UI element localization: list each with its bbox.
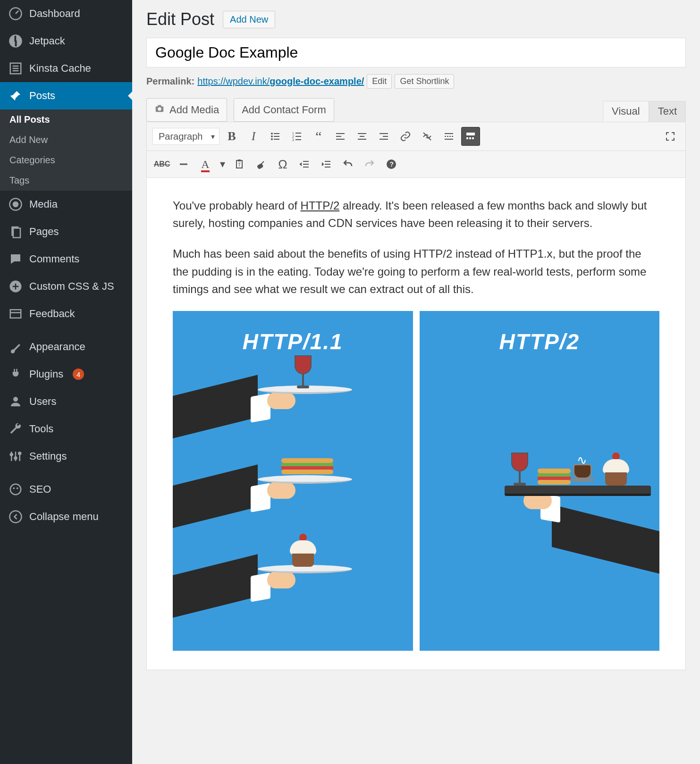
- editor-toolbar-row2: ABC A ▾ T Ω ?: [147, 151, 685, 178]
- permalink-edit-button[interactable]: Edit: [367, 74, 392, 89]
- svg-rect-54: [466, 133, 475, 135]
- svg-rect-62: [257, 164, 263, 169]
- seo-icon: [8, 482, 23, 496]
- sidebar-item-feedback[interactable]: Feedback: [0, 300, 132, 327]
- svg-point-21: [18, 452, 21, 454]
- brush-icon: [8, 340, 23, 354]
- sidebar-item-plugins[interactable]: Plugins 4: [0, 361, 132, 388]
- camera-icon: [154, 103, 165, 117]
- sidebar-item-users[interactable]: Users: [0, 388, 132, 415]
- align-center-button[interactable]: [353, 127, 371, 146]
- toolbar-toggle-button[interactable]: [461, 127, 480, 146]
- sidebar-label: SEO: [29, 483, 51, 495]
- permalink-link[interactable]: https://wpdev.ink/google-doc-example/: [197, 76, 364, 87]
- sidebar-sub-categories[interactable]: Categories: [0, 150, 132, 170]
- sidebar-sub-addnew[interactable]: Add New: [0, 130, 132, 150]
- admin-sidebar: Dashboard Jetpack Kinsta Cache Posts All…: [0, 0, 132, 764]
- content-link[interactable]: HTTP/2: [301, 199, 340, 212]
- svg-text:T: T: [238, 162, 241, 168]
- wrench-icon: [8, 422, 23, 436]
- editor-content-area[interactable]: You've probably heard of HTTP/2 already.…: [147, 178, 685, 670]
- sidebar-item-posts[interactable]: Posts: [0, 82, 132, 109]
- paste-text-button[interactable]: T: [230, 155, 249, 174]
- svg-point-22: [10, 484, 21, 495]
- sidebar-label: Plugins: [29, 368, 63, 380]
- svg-rect-60: [238, 160, 241, 161]
- svg-rect-11: [13, 228, 20, 238]
- redo-button[interactable]: [360, 155, 379, 174]
- sidebar-item-settings[interactable]: Settings: [0, 443, 132, 470]
- add-new-button[interactable]: Add New: [223, 11, 275, 28]
- svg-rect-56: [469, 137, 471, 139]
- unlink-button[interactable]: [418, 127, 437, 146]
- get-shortlink-button[interactable]: Get Shortlink: [395, 74, 454, 89]
- svg-rect-34: [274, 139, 279, 140]
- indent-button[interactable]: [317, 155, 336, 174]
- strikethrough-button[interactable]: ABC: [152, 155, 171, 174]
- blockquote-button[interactable]: “: [309, 127, 328, 146]
- sidebar-label: Comments: [29, 253, 79, 265]
- sidebar-item-pages[interactable]: Pages: [0, 218, 132, 245]
- feedback-icon: [8, 307, 23, 321]
- svg-text:3: 3: [292, 138, 294, 142]
- sidebar-item-appearance[interactable]: Appearance: [0, 333, 132, 361]
- svg-rect-28: [158, 105, 161, 107]
- http2-panel: HTTP/2 ∿: [420, 311, 660, 651]
- content-image[interactable]: HTTP/1.1 HTTP/2: [173, 311, 659, 651]
- sidebar-label: Jetpack: [29, 35, 65, 47]
- sidebar-item-jetpack[interactable]: Jetpack: [0, 27, 132, 55]
- sidebar-item-tools[interactable]: Tools: [0, 415, 132, 443]
- svg-rect-3: [15, 41, 17, 47]
- add-media-button[interactable]: Add Media: [146, 98, 227, 122]
- sidebar-item-media[interactable]: Media: [0, 191, 132, 218]
- sidebar-item-kinsta[interactable]: Kinsta Cache: [0, 55, 132, 82]
- sidebar-sub-tags[interactable]: Tags: [0, 170, 132, 191]
- sidebar-item-comments[interactable]: Comments: [0, 245, 132, 273]
- align-left-button[interactable]: [331, 127, 350, 146]
- plus-circle-icon: [8, 279, 23, 294]
- sidebar-label: Tools: [29, 423, 53, 435]
- sidebar-item-collapse[interactable]: Collapse menu: [0, 503, 132, 530]
- svg-rect-40: [295, 139, 301, 140]
- sidebar-item-seo[interactable]: SEO: [0, 476, 132, 503]
- paragraph: You've probably heard of HTTP/2 already.…: [173, 197, 659, 232]
- sliders-icon: [8, 449, 23, 463]
- horizontal-rule-button[interactable]: [174, 155, 193, 174]
- fullscreen-button[interactable]: [661, 127, 680, 146]
- clear-formatting-button[interactable]: [252, 155, 270, 174]
- svg-point-8: [13, 201, 19, 208]
- svg-point-24: [17, 487, 18, 489]
- help-button[interactable]: ?: [382, 155, 401, 174]
- plug-icon: [8, 367, 23, 381]
- comments-icon: [8, 252, 23, 266]
- svg-text:?: ?: [390, 160, 394, 168]
- sidebar-item-dashboard[interactable]: Dashboard: [0, 0, 132, 27]
- add-contact-form-button[interactable]: Add Contact Form: [234, 98, 334, 122]
- http11-panel: HTTP/1.1: [173, 311, 413, 651]
- tab-text[interactable]: Text: [649, 101, 686, 122]
- svg-point-23: [13, 487, 15, 489]
- insert-more-button[interactable]: [439, 127, 458, 146]
- bold-button[interactable]: B: [222, 127, 241, 146]
- format-select[interactable]: Paragraph: [152, 128, 219, 145]
- bullet-list-button[interactable]: [266, 127, 285, 146]
- sidebar-sub-allposts[interactable]: All Posts: [0, 109, 132, 130]
- svg-rect-55: [466, 137, 468, 139]
- link-button[interactable]: [396, 127, 415, 146]
- undo-button[interactable]: [338, 155, 357, 174]
- sidebar-item-customcss[interactable]: Custom CSS & JS: [0, 273, 132, 300]
- italic-button[interactable]: I: [244, 127, 263, 146]
- tab-visual[interactable]: Visual: [603, 101, 649, 122]
- numbered-list-button[interactable]: 123: [287, 127, 306, 146]
- post-title-input[interactable]: [146, 38, 686, 67]
- collapse-icon: [8, 510, 23, 524]
- special-char-button[interactable]: Ω: [273, 155, 292, 174]
- outdent-button[interactable]: [295, 155, 314, 174]
- editor-toolbar-row1: Paragraph B I 123 “: [147, 122, 685, 151]
- text-color-button[interactable]: A: [196, 155, 215, 174]
- text-color-dropdown[interactable]: ▾: [218, 155, 227, 174]
- jetpack-icon: [8, 34, 23, 48]
- plugins-update-badge: 4: [73, 369, 84, 380]
- align-right-button[interactable]: [374, 127, 393, 146]
- svg-point-15: [13, 397, 18, 402]
